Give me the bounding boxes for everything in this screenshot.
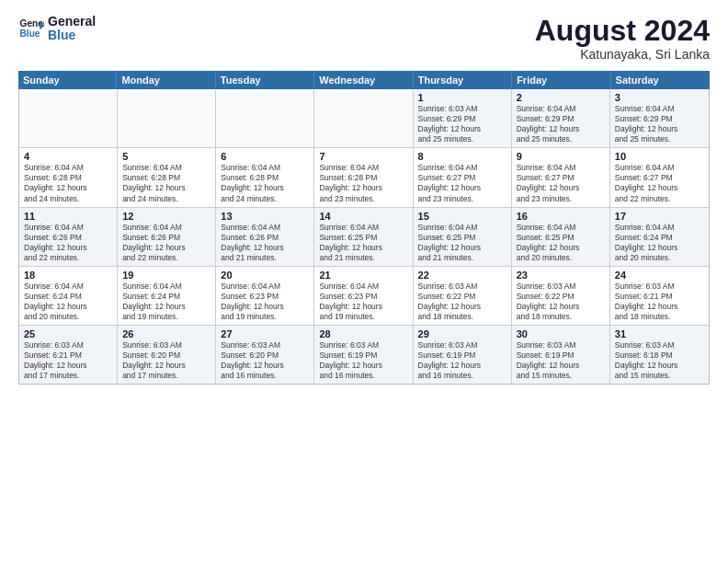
logo-blue: Blue [48,29,96,42]
day-cell-22: 22Sunrise: 6:03 AM Sunset: 6:22 PM Dayli… [414,267,512,325]
day-cell-3: 3Sunrise: 6:04 AM Sunset: 6:29 PM Daylig… [610,89,709,147]
calendar-header: SundayMondayTuesdayWednesdayThursdayFrid… [18,71,710,89]
day-cell-24: 24Sunrise: 6:03 AM Sunset: 6:21 PM Dayli… [610,267,709,325]
calendar-body-wrapper: 1Sunrise: 6:03 AM Sunset: 6:29 PM Daylig… [18,89,710,385]
day-number: 10 [615,151,704,162]
day-info: Sunrise: 6:03 AM Sunset: 6:20 PM Dayligh… [221,340,309,381]
day-number: 23 [517,270,605,281]
header-day-thursday: Thursday [414,71,512,89]
day-info: Sunrise: 6:03 AM Sunset: 6:19 PM Dayligh… [517,340,605,381]
calendar-body: 1Sunrise: 6:03 AM Sunset: 6:29 PM Daylig… [19,89,709,384]
page: General Blue General Blue August 2024 Ka… [0,0,728,563]
day-info: Sunrise: 6:04 AM Sunset: 6:23 PM Dayligh… [221,282,309,322]
day-number: 29 [418,328,506,339]
day-number: 4 [24,151,112,162]
calendar-week-3: 18Sunrise: 6:04 AM Sunset: 6:24 PM Dayli… [19,267,709,326]
calendar-week-0: 1Sunrise: 6:03 AM Sunset: 6:29 PM Daylig… [19,89,709,148]
day-info: Sunrise: 6:03 AM Sunset: 6:22 PM Dayligh… [418,282,506,322]
day-number: 26 [122,328,210,339]
empty-cell [118,89,216,147]
day-info: Sunrise: 6:03 AM Sunset: 6:19 PM Dayligh… [418,340,506,381]
logo-icon: General Blue [18,16,44,41]
day-number: 30 [517,328,605,339]
main-title: August 2024 [535,15,710,47]
day-cell-13: 13Sunrise: 6:04 AM Sunset: 6:26 PM Dayli… [216,208,314,266]
day-info: Sunrise: 6:03 AM Sunset: 6:29 PM Dayligh… [418,104,506,144]
day-number: 27 [221,328,309,339]
day-info: Sunrise: 6:04 AM Sunset: 6:29 PM Dayligh… [517,104,605,144]
day-number: 21 [319,270,407,281]
day-cell-10: 10Sunrise: 6:04 AM Sunset: 6:27 PM Dayli… [610,148,709,206]
day-info: Sunrise: 6:04 AM Sunset: 6:26 PM Dayligh… [122,223,210,263]
day-info: Sunrise: 6:04 AM Sunset: 6:28 PM Dayligh… [24,163,112,203]
day-cell-4: 4Sunrise: 6:04 AM Sunset: 6:28 PM Daylig… [19,148,118,206]
day-number: 22 [418,270,506,281]
day-info: Sunrise: 6:03 AM Sunset: 6:18 PM Dayligh… [615,340,704,381]
day-number: 20 [221,270,309,281]
day-info: Sunrise: 6:04 AM Sunset: 6:25 PM Dayligh… [517,223,605,263]
day-number: 11 [24,211,112,222]
day-info: Sunrise: 6:04 AM Sunset: 6:26 PM Dayligh… [24,223,112,263]
calendar-week-4: 25Sunrise: 6:03 AM Sunset: 6:21 PM Dayli… [19,326,709,384]
day-number: 17 [615,211,704,222]
day-number: 31 [615,328,704,339]
empty-cell [216,89,314,147]
calendar: SundayMondayTuesdayWednesdayThursdayFrid… [18,71,710,552]
day-number: 15 [418,211,506,222]
day-info: Sunrise: 6:03 AM Sunset: 6:22 PM Dayligh… [517,282,605,322]
day-number: 14 [319,211,407,222]
day-info: Sunrise: 6:04 AM Sunset: 6:29 PM Dayligh… [615,104,704,144]
day-number: 3 [615,92,704,103]
day-number: 1 [418,92,506,103]
day-info: Sunrise: 6:04 AM Sunset: 6:24 PM Dayligh… [122,282,210,322]
day-cell-7: 7Sunrise: 6:04 AM Sunset: 6:28 PM Daylig… [314,148,413,206]
day-info: Sunrise: 6:04 AM Sunset: 6:28 PM Dayligh… [122,163,210,203]
header-day-saturday: Saturday [611,71,710,89]
day-number: 18 [24,270,112,281]
day-cell-27: 27Sunrise: 6:03 AM Sunset: 6:20 PM Dayli… [216,326,314,384]
day-info: Sunrise: 6:04 AM Sunset: 6:24 PM Dayligh… [615,223,704,263]
day-number: 5 [122,151,210,162]
day-cell-26: 26Sunrise: 6:03 AM Sunset: 6:20 PM Dayli… [118,326,216,384]
day-number: 9 [517,151,605,162]
day-cell-29: 29Sunrise: 6:03 AM Sunset: 6:19 PM Dayli… [414,326,512,384]
day-info: Sunrise: 6:04 AM Sunset: 6:26 PM Dayligh… [221,223,309,263]
header-day-monday: Monday [117,71,215,89]
header-day-sunday: Sunday [18,71,117,89]
day-cell-23: 23Sunrise: 6:03 AM Sunset: 6:22 PM Dayli… [512,267,610,325]
title-block: August 2024 Katunayaka, Sri Lanka [535,15,710,62]
svg-text:Blue: Blue [20,29,40,39]
logo-general: General [48,15,96,29]
day-cell-19: 19Sunrise: 6:04 AM Sunset: 6:24 PM Dayli… [118,267,216,325]
day-cell-15: 15Sunrise: 6:04 AM Sunset: 6:25 PM Dayli… [414,208,512,266]
day-cell-30: 30Sunrise: 6:03 AM Sunset: 6:19 PM Dayli… [512,326,610,384]
day-cell-9: 9Sunrise: 6:04 AM Sunset: 6:27 PM Daylig… [512,148,610,206]
logo: General Blue General Blue [18,15,96,43]
header-day-friday: Friday [512,71,610,89]
day-cell-12: 12Sunrise: 6:04 AM Sunset: 6:26 PM Dayli… [118,208,216,266]
day-info: Sunrise: 6:04 AM Sunset: 6:25 PM Dayligh… [319,223,407,263]
day-number: 28 [319,328,407,339]
day-cell-14: 14Sunrise: 6:04 AM Sunset: 6:25 PM Dayli… [314,208,413,266]
day-cell-17: 17Sunrise: 6:04 AM Sunset: 6:24 PM Dayli… [610,208,709,266]
header-day-wednesday: Wednesday [314,71,413,89]
day-info: Sunrise: 6:04 AM Sunset: 6:27 PM Dayligh… [517,163,605,203]
day-cell-21: 21Sunrise: 6:04 AM Sunset: 6:23 PM Dayli… [314,267,413,325]
calendar-week-1: 4Sunrise: 6:04 AM Sunset: 6:28 PM Daylig… [19,148,709,207]
day-cell-5: 5Sunrise: 6:04 AM Sunset: 6:28 PM Daylig… [118,148,216,206]
day-info: Sunrise: 6:04 AM Sunset: 6:24 PM Dayligh… [24,282,112,322]
day-cell-16: 16Sunrise: 6:04 AM Sunset: 6:25 PM Dayli… [512,208,610,266]
header: General Blue General Blue August 2024 Ka… [18,15,710,62]
day-info: Sunrise: 6:03 AM Sunset: 6:21 PM Dayligh… [615,282,704,322]
day-cell-1: 1Sunrise: 6:03 AM Sunset: 6:29 PM Daylig… [414,89,512,147]
day-info: Sunrise: 6:04 AM Sunset: 6:27 PM Dayligh… [418,163,506,203]
empty-cell [314,89,413,147]
day-number: 19 [122,270,210,281]
day-info: Sunrise: 6:03 AM Sunset: 6:19 PM Dayligh… [319,340,407,381]
header-day-tuesday: Tuesday [216,71,314,89]
day-info: Sunrise: 6:03 AM Sunset: 6:21 PM Dayligh… [24,340,112,381]
empty-cell [19,89,118,147]
day-info: Sunrise: 6:04 AM Sunset: 6:28 PM Dayligh… [319,163,407,203]
day-number: 2 [517,92,605,103]
day-info: Sunrise: 6:04 AM Sunset: 6:27 PM Dayligh… [615,163,704,203]
